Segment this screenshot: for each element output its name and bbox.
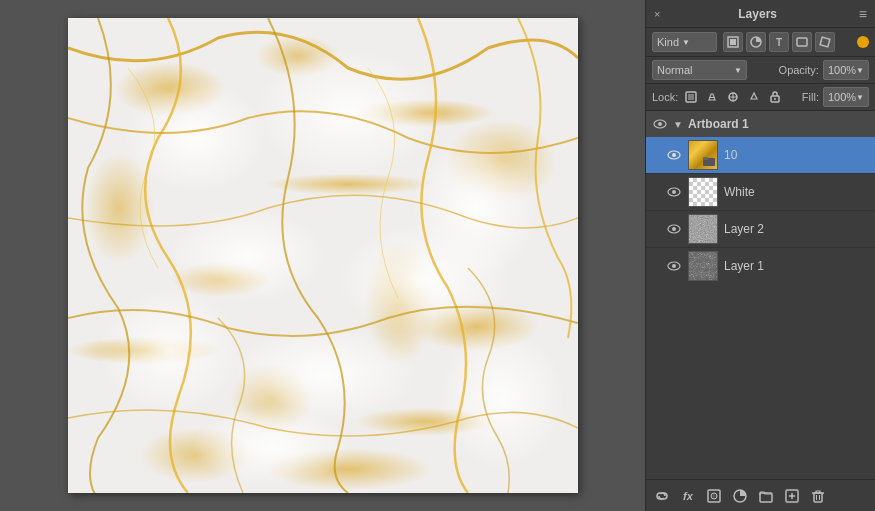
lock-artboard-button[interactable] bbox=[745, 88, 763, 106]
kind-label: Kind bbox=[657, 36, 679, 48]
artboard-header[interactable]: ▼ Artboard 1 bbox=[646, 111, 875, 137]
kind-select[interactable]: Kind ▼ bbox=[652, 32, 717, 52]
blend-mode-select[interactable]: Normal ▼ bbox=[652, 60, 747, 80]
svg-point-24 bbox=[672, 264, 676, 268]
layer-item[interactable]: 10 bbox=[646, 137, 875, 174]
delete-layer-button[interactable] bbox=[808, 486, 828, 506]
blend-chevron-icon: ▼ bbox=[734, 66, 742, 75]
panel-close-icon[interactable]: × bbox=[654, 8, 660, 20]
layer-item[interactable]: White bbox=[646, 174, 875, 211]
link-layers-button[interactable] bbox=[652, 486, 672, 506]
lock-fill-row: Lock: Fill: 100% ▼ bbox=[646, 84, 875, 111]
layer-name-1: White bbox=[724, 185, 869, 199]
artboard-name: Artboard 1 bbox=[688, 117, 869, 131]
filter-shape-button[interactable] bbox=[792, 32, 812, 52]
layer-name-0: 10 bbox=[724, 148, 869, 162]
canvas-area bbox=[0, 0, 645, 511]
marble-texture bbox=[68, 18, 578, 493]
lock-label: Lock: bbox=[652, 91, 678, 103]
filter-type-button[interactable]: T bbox=[769, 32, 789, 52]
layer-visibility-toggle-3[interactable] bbox=[666, 258, 682, 274]
layer-thumbnail-0 bbox=[688, 140, 718, 170]
lock-position-button[interactable] bbox=[724, 88, 742, 106]
fx-button[interactable]: fx bbox=[678, 486, 698, 506]
fill-input[interactable]: 100% ▼ bbox=[823, 87, 869, 107]
layers-list: ▼ Artboard 1 10 bbox=[646, 111, 875, 479]
marble-white-patches bbox=[68, 18, 578, 493]
blend-mode-label: Normal bbox=[657, 64, 692, 76]
new-layer-button[interactable] bbox=[782, 486, 802, 506]
svg-point-22 bbox=[672, 227, 676, 231]
fill-value-text: 100% bbox=[828, 91, 856, 103]
layer-item[interactable]: Layer 1 bbox=[646, 248, 875, 284]
svg-point-16 bbox=[672, 153, 676, 157]
svg-rect-4 bbox=[820, 37, 830, 47]
kind-chevron-icon: ▼ bbox=[682, 38, 690, 47]
lock-icons-group bbox=[682, 88, 784, 106]
layer-item[interactable]: Layer 2 bbox=[646, 211, 875, 248]
opacity-stepper-icon: ▼ bbox=[856, 66, 864, 75]
artboard-expand-icon[interactable]: ▼ bbox=[672, 118, 684, 130]
svg-rect-1 bbox=[730, 39, 736, 45]
layer-name-3: Layer 1 bbox=[724, 259, 869, 273]
lock-paint-button[interactable] bbox=[703, 88, 721, 106]
canvas-image bbox=[68, 18, 578, 493]
layers-panel: × Layers ≡ Kind ▼ T bbox=[645, 0, 875, 511]
lock-pixels-button[interactable] bbox=[682, 88, 700, 106]
opacity-label: Opacity: bbox=[779, 64, 819, 76]
filter-adjustment-button[interactable] bbox=[746, 32, 766, 52]
layer-visibility-toggle-0[interactable] bbox=[666, 147, 682, 163]
artboard-visibility-toggle[interactable] bbox=[652, 116, 668, 132]
panel-toolbar: fx bbox=[646, 479, 875, 511]
svg-rect-3 bbox=[797, 38, 807, 46]
panel-title: Layers bbox=[738, 7, 777, 21]
svg-point-12 bbox=[774, 98, 776, 100]
svg-point-20 bbox=[672, 190, 676, 194]
canvas-wrapper bbox=[68, 18, 578, 493]
layer-thumbnail-2 bbox=[688, 214, 718, 244]
opacity-input[interactable]: 100% ▼ bbox=[823, 60, 869, 80]
svg-rect-6 bbox=[688, 94, 694, 100]
layer-visibility-toggle-1[interactable] bbox=[666, 184, 682, 200]
new-group-button[interactable] bbox=[756, 486, 776, 506]
filter-pixel-button[interactable] bbox=[723, 32, 743, 52]
panel-menu-button[interactable]: ≡ bbox=[859, 6, 867, 22]
layer-name-2: Layer 2 bbox=[724, 222, 869, 236]
kind-filter-row: Kind ▼ T bbox=[646, 28, 875, 57]
layer-thumbnail-1 bbox=[688, 177, 718, 207]
panel-header: × Layers ≡ bbox=[646, 0, 875, 28]
layer-visibility-toggle-2[interactable] bbox=[666, 221, 682, 237]
filter-smart-button[interactable] bbox=[815, 32, 835, 52]
artboard-group: ▼ Artboard 1 10 bbox=[646, 111, 875, 284]
fill-label: Fill: bbox=[802, 91, 819, 103]
add-mask-button[interactable] bbox=[704, 486, 724, 506]
svg-point-26 bbox=[711, 493, 717, 499]
svg-point-14 bbox=[658, 122, 662, 126]
lock-all-button[interactable] bbox=[766, 88, 784, 106]
svg-rect-18 bbox=[703, 157, 708, 160]
opacity-value-text: 100% bbox=[828, 64, 856, 76]
layer-thumbnail-3 bbox=[688, 251, 718, 281]
fill-stepper-icon: ▼ bbox=[856, 93, 864, 102]
new-adjustment-button[interactable] bbox=[730, 486, 750, 506]
blend-opacity-row: Normal ▼ Opacity: 100% ▼ bbox=[646, 57, 875, 84]
filter-toggle[interactable] bbox=[857, 36, 869, 48]
svg-rect-32 bbox=[814, 493, 822, 502]
filter-icons-group: T bbox=[723, 32, 835, 52]
